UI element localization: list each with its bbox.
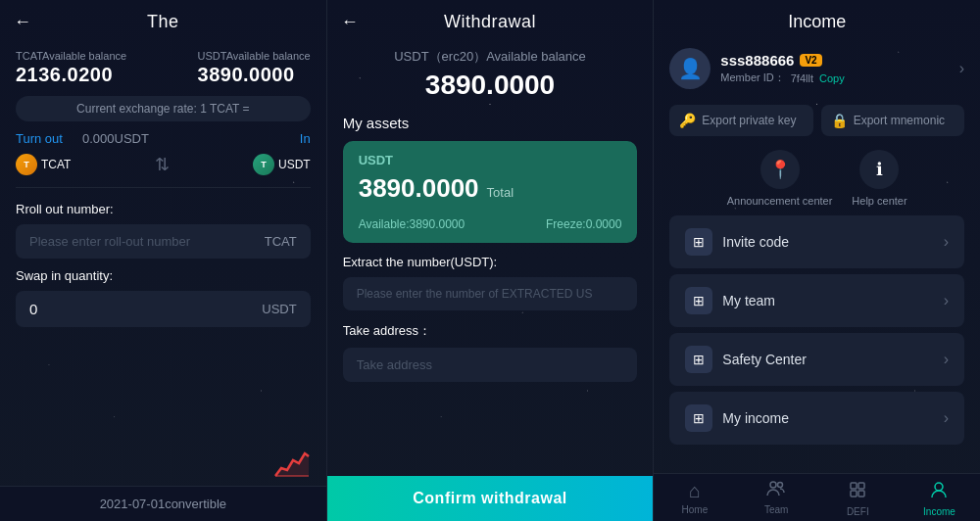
income-nav-label: Income — [923, 506, 956, 517]
profile-row: 👤 sss888666 V2 Member ID： 7f4llt Copy › — [654, 40, 980, 97]
usdt-balance-value: 3890.0000 — [198, 64, 311, 86]
svg-rect-5 — [851, 491, 857, 497]
turn-out-label: Turn out — [16, 131, 74, 146]
asset-freeze-sub: Freeze:0.0000 — [546, 217, 621, 231]
usdt-coin-label: USDT — [278, 158, 311, 171]
panel1-bottom-bar: 2021-07-01convertible — [0, 486, 326, 521]
member-id-value: 7f4llt — [791, 72, 813, 84]
menu-item-safety-center[interactable]: ⊞ Safety Center › — [669, 333, 964, 386]
my-income-icon: ⊞ — [685, 404, 712, 432]
turn-out-value: 0.000USDT — [82, 131, 292, 146]
my-assets-title: My assets — [327, 109, 654, 137]
menu-item-safety-left: ⊞ Safety Center — [685, 346, 807, 373]
panel2-title: Withdrawal — [444, 12, 536, 32]
feature-grid: 📍 Announcement center ℹ Help center — [654, 144, 980, 213]
roll-out-label: Rroll out number: — [0, 196, 326, 220]
team-label: Team — [764, 504, 788, 515]
chart-icon — [273, 449, 311, 486]
export-key-button[interactable]: 🔑 Export private key — [669, 105, 812, 136]
panel-income: Income 👤 sss888666 V2 Member ID： 7f4llt … — [654, 0, 980, 521]
panel1-title: The — [147, 12, 179, 32]
swap-arrows-icon[interactable]: ⇅ — [78, 154, 245, 175]
roll-out-unit: TCAT — [265, 234, 297, 249]
copy-button[interactable]: Copy — [819, 72, 845, 84]
username: sss888666 — [720, 52, 794, 69]
help-icon: ℹ — [859, 150, 899, 189]
address-label: Take address： — [327, 314, 654, 344]
panel-withdrawal: ← Withdrawal USDT（erc20）Available balanc… — [327, 0, 655, 521]
confirm-withdrawal-button[interactable]: Confirm withdrawal — [327, 476, 654, 521]
balance-grid: TCATAvailable balance 2136.0200 USDTAvai… — [0, 44, 326, 90]
asset-card-sub-row: Available:3890.0000 Freeze:0.0000 — [359, 217, 622, 231]
address-placeholder: Take address — [357, 357, 624, 372]
profile-info: sss888666 V2 Member ID： 7f4llt Copy — [720, 52, 844, 85]
avatar: 👤 — [669, 48, 710, 89]
extract-label: Extract the number(USDT): — [327, 247, 654, 273]
username-row: sss888666 V2 — [720, 52, 844, 69]
asset-card-amount: 3890.0000 — [359, 173, 479, 204]
team-icon — [766, 480, 786, 502]
invite-code-chevron: › — [944, 233, 949, 251]
announcement-icon: 📍 — [760, 150, 800, 189]
income-nav-icon — [929, 480, 949, 504]
address-input[interactable]: Take address — [343, 348, 638, 382]
swap-qty-value: 0 — [29, 301, 37, 317]
defi-label: DEFI — [847, 506, 869, 517]
swap-qty-unit: USDT — [262, 302, 296, 316]
help-feature[interactable]: ℹ Help center — [852, 150, 906, 207]
key-icon: 🔑 — [679, 113, 696, 128]
member-row: Member ID： 7f4llt Copy — [720, 71, 844, 85]
my-team-icon: ⊞ — [685, 287, 712, 314]
usdt-icon: T — [253, 154, 274, 175]
extract-input[interactable]: Please enter the number of EXTRACTED US — [343, 277, 638, 310]
usdt-coin-badge: T USDT — [253, 154, 311, 175]
svg-point-7 — [935, 483, 943, 491]
v2-badge: V2 — [800, 54, 821, 67]
nav-home[interactable]: ⌂ Home — [654, 480, 735, 517]
nav-team[interactable]: Team — [736, 480, 817, 517]
panel-the: ← The TCATAvailable balance 2136.0200 US… — [0, 0, 327, 521]
announcement-feature[interactable]: 📍 Announcement center — [727, 150, 833, 207]
my-income-label: My income — [722, 410, 789, 426]
safety-center-icon: ⊞ — [685, 346, 712, 373]
panel1-back-arrow[interactable]: ← — [14, 12, 31, 32]
tcat-coin-label: TCAT — [41, 158, 71, 171]
safety-center-label: Safety Center — [722, 352, 807, 367]
menu-item-invite-code[interactable]: ⊞ Invite code › — [669, 215, 964, 268]
export-mnemonic-label: Export mnemonic — [854, 114, 945, 127]
defi-icon — [848, 480, 867, 504]
invite-code-icon: ⊞ — [685, 228, 712, 256]
menu-item-team-left: ⊞ My team — [685, 287, 775, 314]
announcement-label: Announcement center — [727, 195, 833, 207]
export-mnemonic-button[interactable]: 🔒 Export mnemonic — [821, 105, 964, 136]
tcat-balance-item: TCATAvailable balance 2136.0200 — [16, 50, 126, 86]
svg-point-1 — [770, 482, 776, 488]
roll-out-placeholder: Please enter roll-out number — [29, 234, 190, 249]
nav-income[interactable]: Income — [899, 480, 980, 517]
tcat-icon: T — [16, 154, 37, 175]
menu-item-my-income[interactable]: ⊞ My income › — [669, 392, 964, 445]
panel1-header: ← The — [0, 0, 326, 44]
exchange-rate-bar: Current exchange rate: 1 TCAT = — [16, 96, 311, 121]
menu-item-my-team[interactable]: ⊞ My team › — [669, 274, 964, 327]
my-team-label: My team — [722, 293, 775, 308]
panel2-back-arrow[interactable]: ← — [341, 12, 359, 32]
tcat-balance-label: TCATAvailable balance — [16, 50, 126, 62]
swap-row: Turn out 0.000USDT In — [0, 127, 326, 150]
roll-out-input[interactable]: Please enter roll-out number TCAT — [16, 224, 311, 259]
svg-point-2 — [778, 483, 783, 488]
nav-defi[interactable]: DEFI — [817, 480, 899, 517]
chart-area — [273, 449, 311, 486]
asset-card-total: Total — [487, 185, 514, 200]
bottom-nav: ⌂ Home Team — [654, 473, 980, 521]
invite-code-label: Invite code — [722, 234, 789, 250]
swap-qty-input[interactable]: 0 USDT — [16, 291, 311, 327]
my-team-chevron: › — [944, 292, 949, 309]
menu-item-income-left: ⊞ My income — [685, 404, 789, 432]
usdt-balance-item: USDTAvailable balance 3890.0000 — [198, 50, 311, 86]
tcat-coin-badge: T TCAT — [16, 154, 71, 175]
asset-card-name: USDT — [359, 153, 622, 167]
tcat-balance-value: 2136.0200 — [16, 64, 126, 86]
divider1 — [16, 187, 311, 188]
profile-chevron-icon[interactable]: › — [959, 60, 964, 77]
